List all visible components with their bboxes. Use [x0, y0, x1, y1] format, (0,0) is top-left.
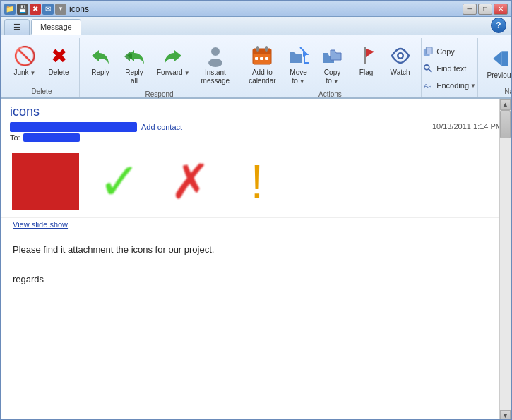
- navigate-buttons: Previous Next: [482, 40, 512, 86]
- email-to-row: To:: [10, 133, 502, 142]
- help-button[interactable]: ?: [491, 18, 506, 33]
- encoding-label: Encoding: [436, 81, 469, 90]
- maximize-button[interactable]: □: [478, 4, 492, 15]
- encoding-icon: Aa: [422, 80, 434, 91]
- flag-button[interactable]: Flag: [350, 41, 383, 80]
- folder-icon: 📁: [4, 4, 16, 15]
- copy-to-label: Copyto▼: [324, 68, 340, 85]
- forward-label: Forward▼: [157, 68, 190, 77]
- forward-button[interactable]: Forward▼: [152, 41, 195, 80]
- svg-text:Aa: Aa: [424, 82, 432, 90]
- email-header: icons Add contact 10/13/2011 1:14 PM To:: [1, 99, 511, 145]
- title-bar-icons: 📁 💾 ✖ ✉ ▼: [4, 4, 66, 15]
- email-outer: icons Add contact 10/13/2011 1:14 PM To:: [1, 99, 511, 420]
- encoding-button[interactable]: Aa Encoding ▼: [419, 78, 480, 93]
- exclamation-icon: !: [251, 157, 264, 205]
- delete-label: Delete: [49, 68, 69, 77]
- clipboard-stacked: Copy Find text Aa Encoding ▼: [419, 40, 480, 94]
- flag-label: Flag: [359, 68, 373, 77]
- instant-message-button[interactable]: Instantmessage: [196, 41, 235, 89]
- respond-buttons: Reply Replyall Forward▼: [84, 40, 234, 89]
- attachments-row: ✓ ✗ !: [1, 145, 511, 218]
- close-button[interactable]: ✕: [494, 4, 508, 15]
- junk-label: Junk▼: [13, 68, 35, 77]
- email-meta-row: Add contact 10/13/2011 1:14 PM: [10, 122, 502, 132]
- find-text-button[interactable]: Find text: [419, 61, 480, 76]
- watch-icon: [389, 44, 412, 67]
- svg-point-11: [398, 54, 402, 58]
- clipboard-group-label: [426, 94, 473, 97]
- delete-button[interactable]: ✖ Delete: [42, 41, 75, 80]
- svg-rect-4: [256, 46, 259, 52]
- slideshow-row: View slide show: [1, 218, 511, 234]
- previous-icon: [489, 47, 512, 70]
- calendar-icon: [251, 44, 273, 67]
- email-body: Please find it attachment the icons for …: [1, 234, 511, 295]
- reply-button[interactable]: Reply: [84, 41, 117, 80]
- flag-icon: [355, 44, 378, 67]
- svg-point-1: [208, 59, 222, 67]
- scrollbar-thumb[interactable]: [500, 110, 511, 138]
- copy-small-button[interactable]: Copy: [419, 44, 480, 59]
- copy-small-label: Copy: [436, 47, 455, 56]
- copy-to-button[interactable]: Copyto▼: [316, 41, 349, 89]
- ribbon-group-delete: 🚫 Junk▼ ✖ Delete Delete: [4, 38, 80, 97]
- ribbon: 🚫 Junk▼ ✖ Delete Delete: [1, 35, 511, 99]
- actions-buttons: Add tocalendar Moveto▼: [244, 40, 416, 89]
- delete-buttons: 🚫 Junk▼ ✖ Delete: [8, 40, 75, 86]
- tab-icon[interactable]: ☰: [4, 19, 30, 35]
- delete-group-label: Delete: [8, 86, 75, 97]
- navigate-group-label: Navigate: [482, 86, 512, 97]
- title-buttons: ─ □ ✕: [463, 4, 508, 15]
- dropdown-icon[interactable]: ▼: [55, 4, 66, 15]
- previous-label: Previous: [487, 71, 512, 80]
- reply-all-label: Replyall: [125, 68, 143, 85]
- svg-rect-13: [427, 47, 433, 54]
- move-to-icon: [287, 44, 310, 67]
- svg-rect-9: [364, 47, 366, 64]
- save-icon[interactable]: 💾: [17, 4, 28, 15]
- watch-button[interactable]: Watch: [384, 41, 417, 80]
- tab-message-label: Message: [40, 23, 72, 31]
- svg-rect-6: [255, 57, 258, 60]
- svg-point-14: [424, 65, 429, 70]
- reply-label: Reply: [91, 68, 109, 77]
- junk-button[interactable]: 🚫 Junk▼: [8, 41, 41, 80]
- attachment-checkmark[interactable]: ✓: [88, 150, 151, 213]
- close-small-icon[interactable]: ✖: [30, 4, 41, 15]
- scrollbar-down-button[interactable]: ▼: [500, 410, 511, 420]
- move-to-label: Moveto▼: [290, 68, 306, 85]
- tab-message[interactable]: Message: [31, 19, 81, 35]
- email-date: 10/13/2011 1:14 PM: [432, 122, 502, 131]
- svg-rect-7: [260, 57, 263, 60]
- delete-icon: ✖: [47, 44, 70, 67]
- move-to-button[interactable]: Moveto▼: [282, 41, 315, 89]
- svg-marker-17: [493, 51, 501, 66]
- reply-icon: [89, 44, 112, 67]
- body-line3: regards: [13, 272, 499, 287]
- svg-rect-18: [502, 51, 508, 66]
- view-slideshow-link[interactable]: View slide show: [10, 220, 68, 229]
- scrollbar-track[interactable]: ▲ ▼: [499, 99, 511, 420]
- title-bar: 📁 💾 ✖ ✉ ▼ icons ─ □ ✕: [1, 1, 511, 17]
- add-contact-link[interactable]: Add contact: [141, 123, 182, 131]
- ribbon-group-actions: Add tocalendar Moveto▼: [239, 38, 421, 97]
- window-title: icons: [69, 4, 89, 14]
- copy-small-icon: [422, 46, 434, 57]
- scrollbar-up-button[interactable]: ▲: [500, 99, 511, 110]
- minimize-button[interactable]: ─: [463, 4, 477, 15]
- attachment-red-square[interactable]: [10, 150, 81, 213]
- add-calendar-button[interactable]: Add tocalendar: [244, 41, 280, 89]
- reply-all-button[interactable]: Replyall: [118, 41, 150, 89]
- svg-line-15: [429, 69, 431, 72]
- attachment-x-mark[interactable]: ✗: [158, 150, 222, 213]
- previous-button[interactable]: Previous: [482, 44, 512, 83]
- ribbon-group-clipboard: Copy Find text Aa Encoding ▼: [422, 38, 478, 97]
- reply-all-icon: [123, 44, 145, 67]
- encoding-dropdown-arrow: ▼: [470, 83, 476, 89]
- svg-rect-8: [265, 57, 268, 60]
- title-bar-left: 📁 💾 ✖ ✉ ▼ icons: [4, 4, 89, 15]
- recipient-redacted: [23, 133, 80, 142]
- attachment-exclamation[interactable]: !: [229, 150, 285, 213]
- email-icon: ✉: [42, 4, 54, 15]
